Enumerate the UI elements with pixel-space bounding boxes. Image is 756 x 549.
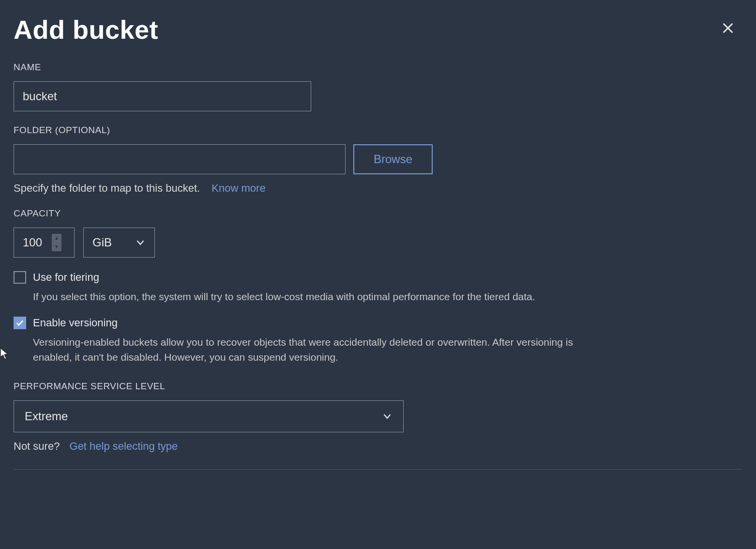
capacity-input[interactable] [23,236,52,249]
close-icon [721,21,735,35]
versioning-label: Enable versioning [33,317,118,329]
capacity-spinner-up[interactable]: ▲ [52,234,61,243]
folder-helper-text: Specify the folder to map to this bucket… [14,182,200,194]
browse-button[interactable]: Browse [353,144,433,174]
cursor-icon [0,348,10,360]
capacity-unit-value: GiB [92,236,112,249]
versioning-checkbox[interactable] [14,317,26,329]
capacity-input-wrapper: ▲ ▼ [14,228,75,258]
folder-input[interactable] [14,144,346,174]
folder-label: FOLDER (OPTIONAL) [14,125,742,136]
psl-select[interactable]: Extreme [14,400,404,432]
psl-help-link[interactable]: Get help selecting type [70,440,178,452]
page-title: Add bucket [14,15,158,45]
capacity-label: CAPACITY [14,208,742,219]
tiering-checkbox[interactable] [14,271,26,284]
section-divider [14,469,742,470]
capacity-spinner: ▲ ▼ [52,234,61,251]
capacity-spinner-down[interactable]: ▼ [52,243,61,251]
versioning-description: Versioning-enabled buckets allow you to … [33,335,614,365]
close-button[interactable] [718,18,738,39]
name-label: NAME [14,62,742,73]
psl-value: Extreme [25,410,68,423]
capacity-unit-select[interactable]: GiB [83,228,155,258]
psl-label: PERFORMANCE SERVICE LEVEL [14,381,742,392]
tiering-label: Use for tiering [33,271,99,284]
chevron-down-icon [382,411,393,422]
know-more-link[interactable]: Know more [212,182,265,194]
name-input[interactable] [14,81,311,111]
psl-not-sure-text: Not sure? [14,440,60,452]
chevron-down-icon [135,237,146,248]
check-icon [15,319,24,327]
tiering-description: If you select this option, the system wi… [33,290,614,304]
